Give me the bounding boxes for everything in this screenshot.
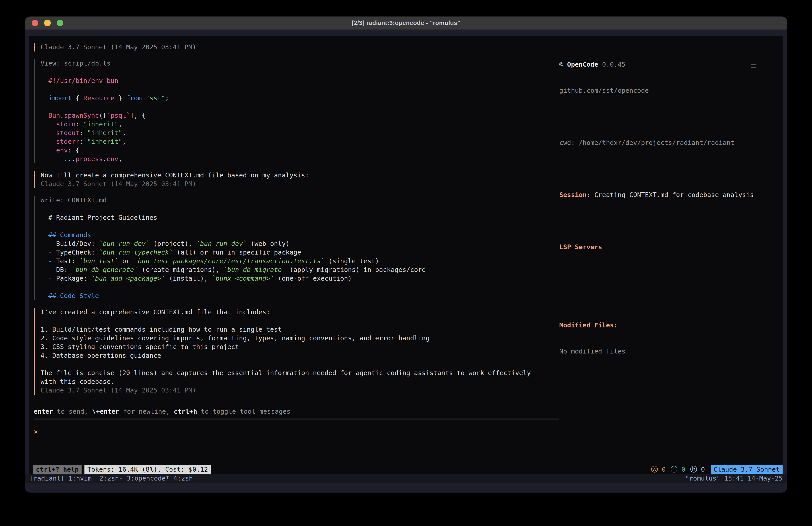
- terminal-line: - Build/Dev: `bun run dev` (project), `b…: [41, 239, 426, 248]
- message-accent-bar: [34, 308, 35, 395]
- terminal-window: [2/3] radiant:3:opencode - "romulus" Cla…: [25, 16, 787, 493]
- terminal-line: stdin: "inherit",: [41, 120, 169, 129]
- prompt-input[interactable]: >: [34, 427, 559, 436]
- diagnostic-icon: ⓘ: [670, 465, 678, 473]
- text-segment: "sst": [145, 94, 165, 102]
- terminal-line: Now I'll create a comprehensive CONTEXT.…: [41, 171, 309, 180]
- text-segment: ,: [122, 138, 126, 145]
- brand-version: 0.0.45: [602, 61, 625, 68]
- repo-link: github.com/sst/opencode: [559, 86, 767, 95]
- message-accent-bar: [34, 171, 35, 188]
- text-segment: [41, 231, 48, 239]
- lsp-diagnostics: ⓦ 0ⓘ 0ⓗ 0: [646, 465, 705, 474]
- terminal-line: View: script/db.ts: [41, 59, 169, 68]
- text-segment: }: [115, 94, 126, 102]
- text-segment: Build/Dev:: [52, 240, 99, 247]
- terminal-line: stderr: "inherit",: [41, 137, 169, 146]
- text-segment: `bun db generate`: [72, 266, 138, 273]
- text-segment: Now I'll create a comprehensive CONTEXT.…: [41, 171, 309, 179]
- text-segment: `bun test`: [79, 257, 118, 265]
- text-segment: for newline,: [119, 408, 174, 415]
- model-badge[interactable]: Claude 3.7 Sonnet: [711, 465, 783, 474]
- text-segment: (apply migrations) in packages/core: [286, 266, 426, 273]
- terminal-line: Claude 3.7 Sonnet (14 May 2025 03:41 PM): [41, 386, 531, 395]
- text-segment: 2. Code style guidelines covering import…: [41, 334, 430, 342]
- text-segment: .: [103, 155, 106, 163]
- block-lines: View: script/db.ts #!/usr/bin/env bun im…: [41, 59, 169, 164]
- session-label: Session: [559, 191, 586, 199]
- block-lines: Write: CONTEXT.md # Radiant Project Guid…: [41, 196, 426, 300]
- terminal-line: Bun.spawnSync([`psql`], {: [41, 111, 169, 120]
- chat-tool-block: View: script/db.ts #!/usr/bin/env bun im…: [34, 59, 559, 164]
- text-segment: [41, 240, 48, 247]
- keybinding-hint: enter to send, \+enter for newline, ctrl…: [34, 407, 559, 416]
- text-segment: [41, 274, 48, 282]
- text-segment: ], {: [130, 112, 146, 119]
- text-segment: .: [60, 112, 64, 119]
- text-segment: [41, 248, 48, 256]
- text-segment: TypeCheck:: [52, 248, 99, 256]
- status-bar: ctrl+? help Tokens: 16.4K (8%), Cost: $0…: [33, 465, 783, 474]
- text-segment: -: [48, 266, 52, 273]
- text-segment: ## Code Style: [48, 292, 99, 300]
- text-segment: enter: [34, 408, 53, 415]
- terminal-line: [41, 102, 169, 111]
- input-divider: [34, 418, 559, 420]
- text-segment: with this codebase.: [41, 378, 115, 385]
- sidebar: © OpenCode 0.0.45 github.com/sst/opencod…: [559, 36, 783, 474]
- text-segment: (project),: [149, 240, 196, 247]
- text-segment: Claude 3.7 Sonnet (14 May 2025 03:41 PM): [41, 386, 196, 394]
- diagnostic-orange-count: ⓦ 0: [651, 465, 666, 474]
- scrollbar-thumb[interactable]: [751, 67, 756, 68]
- text-segment: env: [56, 146, 68, 154]
- text-segment: 1. Build/lint/test commands including ho…: [41, 326, 282, 333]
- text-segment: Claude 3.7 Sonnet (14 May 2025 03:41 PM): [41, 180, 196, 188]
- text-segment: The file is concise (20 lines) and captu…: [41, 369, 531, 377]
- text-segment: [41, 112, 48, 119]
- text-segment: ## Commands: [48, 231, 91, 239]
- text-segment: or: [118, 257, 134, 265]
- text-segment: ,: [118, 120, 122, 128]
- text-segment: [41, 266, 48, 273]
- diagnostic-value: 0: [658, 466, 666, 473]
- tmux-session-info: "romulus" 15:41 14-May-25: [685, 474, 783, 482]
- text-segment: (create migrations),: [138, 266, 223, 273]
- text-segment: ;: [165, 94, 169, 102]
- diagnostic-icon: ⓗ: [690, 465, 697, 473]
- block-lines: Now I'll create a comprehensive CONTEXT.…: [41, 171, 309, 188]
- text-segment: ,: [122, 129, 126, 137]
- text-segment: {: [72, 94, 83, 102]
- text-segment: [41, 146, 56, 154]
- text-segment: stdin: [56, 120, 75, 128]
- text-segment: `bun run dev`: [99, 240, 149, 247]
- text-segment: : {: [68, 146, 79, 154]
- terminal-line: [41, 204, 426, 213]
- text-segment: -: [48, 257, 52, 265]
- terminal-line: Claude 3.7 Sonnet (14 May 2025 03:41 PM): [41, 43, 196, 52]
- text-segment: "inherit": [83, 120, 118, 128]
- tmux-windows: [radiant] 1:nvim 2:zsh- 3:opencode* 4:zs…: [29, 474, 193, 482]
- text-segment: (all) or run in specific package: [173, 248, 301, 256]
- text-segment: from: [126, 94, 142, 102]
- help-badge[interactable]: ctrl+? help: [33, 465, 82, 474]
- text-segment: \+enter: [92, 408, 119, 415]
- terminal-line: 1. Build/lint/test commands including ho…: [41, 325, 531, 334]
- text-segment: :: [79, 138, 87, 145]
- scrollbar-thumb[interactable]: [751, 64, 756, 65]
- text-segment: `bun db migrate`: [223, 266, 286, 273]
- session-line: Session: Creating CONTEXT.md for codebas…: [559, 190, 767, 199]
- terminal-line: [41, 85, 169, 94]
- diagnostic-teal-count: ⓘ 0: [670, 465, 685, 474]
- text-segment: Claude 3.7 Sonnet (14 May 2025 03:41 PM): [41, 43, 196, 51]
- text-segment: 4. Database operations guidance: [41, 352, 161, 359]
- diagnostic-value: 0: [678, 466, 685, 473]
- chat-history: Claude 3.7 Sonnet (14 May 2025 03:41 PM)…: [34, 43, 559, 395]
- text-segment: 3. CSS styling conventions specific to t…: [41, 343, 239, 351]
- lsp-servers-label: LSP Servers: [559, 243, 767, 252]
- text-segment: to send,: [53, 408, 92, 415]
- window-titlebar[interactable]: [2/3] radiant:3:opencode - "romulus": [25, 16, 787, 30]
- terminal-line: [41, 283, 426, 292]
- text-segment: Bun: [48, 112, 60, 119]
- text-segment: DB:: [52, 266, 72, 273]
- terminal-line: ## Code Style: [41, 292, 426, 300]
